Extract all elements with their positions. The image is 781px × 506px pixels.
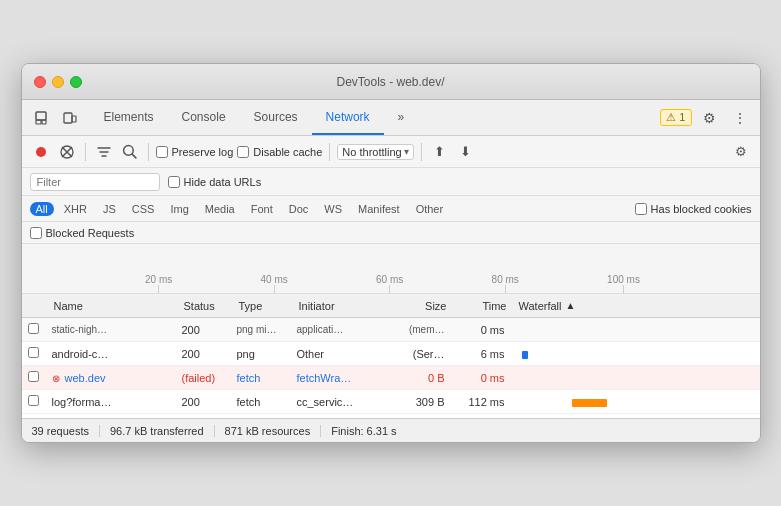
tick-20ms: 20 ms: [145, 274, 172, 293]
blocked-requests-label[interactable]: Blocked Requests: [30, 227, 135, 239]
blocked-requests-checkbox[interactable]: [30, 227, 42, 239]
row-checkbox[interactable]: [22, 347, 46, 360]
row-name: static-nigh…: [46, 324, 176, 335]
network-settings-icon[interactable]: ⚙: [730, 141, 752, 163]
row-type: fetch: [231, 396, 291, 408]
tab-more[interactable]: »: [384, 100, 419, 135]
filter-font[interactable]: Font: [245, 202, 279, 216]
svg-rect-1: [36, 120, 41, 124]
th-size[interactable]: Size: [393, 300, 453, 312]
row-size: (mem…: [391, 324, 451, 335]
warning-badge[interactable]: ⚠ 1: [660, 109, 691, 126]
filter-other[interactable]: Other: [410, 202, 450, 216]
filter-row: Hide data URLs: [22, 168, 760, 196]
th-initiator[interactable]: Initiator: [293, 300, 393, 312]
upload-icon[interactable]: ⬆: [429, 141, 451, 163]
disable-cache-checkbox[interactable]: [237, 146, 249, 158]
tab-sources[interactable]: Sources: [240, 100, 312, 135]
more-options-icon[interactable]: ⋮: [728, 106, 752, 130]
footer-transferred: 96.7 kB transferred: [100, 425, 215, 437]
filter-css[interactable]: CSS: [126, 202, 161, 216]
tick-60ms: 60 ms: [376, 274, 403, 293]
row-initiator: applicati…: [291, 324, 391, 335]
row-time: 112 ms: [451, 396, 511, 408]
hide-data-urls-checkbox[interactable]: [168, 176, 180, 188]
filter-img[interactable]: Img: [164, 202, 194, 216]
svg-point-5: [36, 147, 46, 157]
table-row[interactable]: log?forma… 200 fetch cc_servic… 309 B 11…: [22, 390, 760, 414]
row-checkbox[interactable]: [22, 323, 46, 336]
row-status: 200: [176, 324, 231, 336]
filter-icon[interactable]: [93, 141, 115, 163]
footer-requests: 39 requests: [32, 425, 100, 437]
row-time: 6 ms: [451, 348, 511, 360]
row-type: png: [231, 348, 291, 360]
row-checkbox[interactable]: [22, 395, 46, 408]
maximize-button[interactable]: [70, 76, 82, 88]
search-icon[interactable]: [119, 141, 141, 163]
device-icon[interactable]: [58, 106, 82, 130]
record-button[interactable]: [30, 141, 52, 163]
minimize-button[interactable]: [52, 76, 64, 88]
th-name[interactable]: Name: [48, 300, 178, 312]
th-status[interactable]: Status: [178, 300, 233, 312]
tab-elements[interactable]: Elements: [90, 100, 168, 135]
throttle-arrow: ▾: [404, 146, 409, 157]
tab-network[interactable]: Network: [312, 100, 384, 135]
inspect-icon[interactable]: [30, 106, 54, 130]
th-type[interactable]: Type: [233, 300, 293, 312]
filter-xhr[interactable]: XHR: [58, 202, 93, 216]
row-status: 200: [176, 348, 231, 360]
th-time[interactable]: Time: [453, 300, 513, 312]
hide-data-urls-label[interactable]: Hide data URLs: [168, 176, 262, 188]
row-waterfall: [511, 348, 760, 360]
table-header: Name Status Type Initiator Size Time Wat…: [22, 294, 760, 318]
row-name: ⊗ web.dev: [46, 372, 176, 384]
network-toolbar: Preserve log Disable cache No throttling…: [22, 136, 760, 168]
row-type: png mim…: [231, 324, 291, 335]
timeline-header: 20 ms 40 ms 60 ms 80 ms 100 ms: [22, 244, 760, 294]
filter-types-row: All XHR JS CSS Img Media Font Doc WS Man…: [22, 196, 760, 222]
filter-doc[interactable]: Doc: [283, 202, 315, 216]
row-checkbox[interactable]: [22, 371, 46, 384]
footer-finish: Finish: 6.31 s: [321, 425, 406, 437]
row-waterfall: [511, 396, 760, 408]
tick-100ms: 100 ms: [607, 274, 640, 293]
tab-console[interactable]: Console: [168, 100, 240, 135]
row-size: 309 B: [391, 396, 451, 408]
divider-4: [421, 143, 422, 161]
filter-input[interactable]: [30, 173, 160, 191]
has-blocked-cookies-label[interactable]: Has blocked cookies: [635, 203, 752, 215]
table-row[interactable]: ⊗ web.dev (failed) fetch fetchWra… 0 B 0…: [22, 366, 760, 390]
row-initiator: Other: [291, 348, 391, 360]
tick-80ms: 80 ms: [492, 274, 519, 293]
clear-button[interactable]: [56, 141, 78, 163]
tab-icons: [30, 100, 90, 135]
svg-rect-3: [64, 113, 72, 123]
filter-all[interactable]: All: [30, 202, 54, 216]
preserve-log-checkbox[interactable]: [156, 146, 168, 158]
throttle-wrapper[interactable]: No throttling ▾: [337, 144, 413, 160]
row-type: fetch: [231, 372, 291, 384]
filter-manifest[interactable]: Manifest: [352, 202, 406, 216]
settings-icon[interactable]: ⚙: [698, 106, 722, 130]
window-title: DevTools - web.dev/: [336, 75, 444, 89]
table-row[interactable]: android-c… 200 png Other (Ser… 6 ms: [22, 342, 760, 366]
row-initiator[interactable]: fetchWra…: [291, 372, 391, 384]
has-blocked-cookies-checkbox[interactable]: [635, 203, 647, 215]
disable-cache-label[interactable]: Disable cache: [237, 146, 322, 158]
tabs-bar: Elements Console Sources Network » ⚠ 1 ⚙…: [22, 100, 760, 136]
row-name: log?forma…: [46, 396, 176, 408]
filter-media[interactable]: Media: [199, 202, 241, 216]
table-row[interactable]: static-nigh… 200 png mim… applicati… (me…: [22, 318, 760, 342]
filter-js[interactable]: JS: [97, 202, 122, 216]
filter-ws[interactable]: WS: [318, 202, 348, 216]
row-initiator: cc_servic…: [291, 396, 391, 408]
preserve-log-label[interactable]: Preserve log: [156, 146, 234, 158]
svg-line-8: [132, 154, 136, 158]
download-icon[interactable]: ⬇: [455, 141, 477, 163]
svg-rect-2: [42, 120, 46, 124]
th-waterfall[interactable]: Waterfall ▲: [513, 300, 758, 312]
row-time: 0 ms: [451, 372, 511, 384]
close-button[interactable]: [34, 76, 46, 88]
